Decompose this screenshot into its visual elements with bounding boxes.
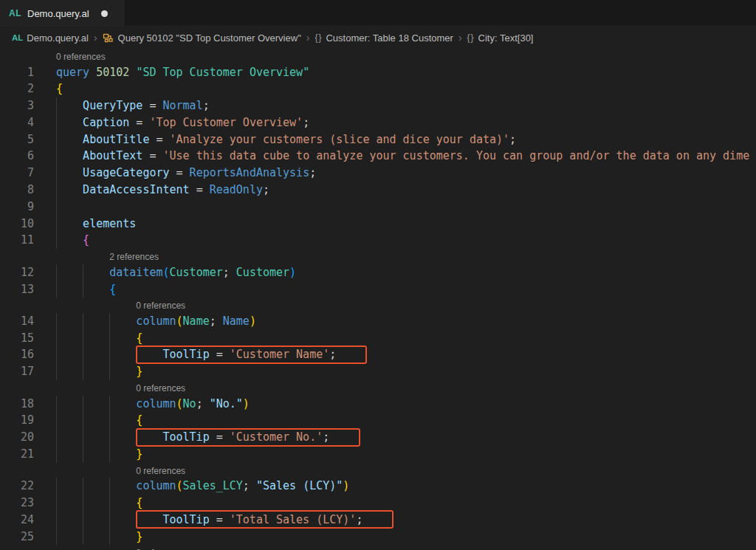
breadcrumb-item-file[interactable]: AL Demo.query.al — [12, 32, 89, 44]
line-number[interactable]: 15 — [0, 330, 34, 347]
line-number[interactable]: 17 — [0, 363, 34, 380]
line-number[interactable]: 22 — [0, 478, 34, 495]
codelens-references-link[interactable]: 0 references — [136, 381, 185, 396]
code-line[interactable]: 1query 50102 "SD Top Customer Overview" — [0, 64, 756, 81]
line-number[interactable]: 8 — [0, 182, 34, 199]
code-token: ; — [303, 116, 309, 129]
code-line[interactable]: 6AboutText = 'Use this data cube to anal… — [0, 148, 756, 165]
code-line[interactable]: 10elements — [0, 216, 756, 233]
code-line[interactable]: 7UsageCategory = ReportsAndAnalysis; — [0, 165, 756, 182]
indent-guide — [56, 182, 57, 199]
code-line[interactable]: 3QueryType = Normal; — [0, 97, 756, 114]
code-token: = — [190, 183, 210, 196]
code-line[interactable]: 4Caption = 'Top Customer Overview'; — [0, 114, 756, 131]
codelens-references-link[interactable]: 0 references — [136, 464, 185, 479]
code-token: ; — [263, 183, 269, 196]
code-line[interactable]: 2{ — [0, 80, 756, 97]
breadcrumb-item-field[interactable]: {} City: Text[30] — [467, 32, 534, 44]
code-token: { — [83, 233, 89, 247]
code-token: ; — [196, 397, 210, 410]
code-line[interactable]: 14column(Name; Name) — [0, 313, 756, 330]
line-number[interactable]: 25 — [0, 529, 34, 546]
line-number[interactable]: 13 — [0, 281, 34, 298]
line-number[interactable]: 9 — [0, 199, 34, 216]
code-token: = — [210, 430, 230, 444]
line-number[interactable]: 10 — [0, 216, 34, 233]
code-editor[interactable]: 0 references1query 50102 "SD Top Custome… — [0, 49, 756, 550]
code-line[interactable]: 22column(Sales_LCY; "Sales (LCY)") — [0, 478, 756, 495]
code-line[interactable]: 21} — [0, 446, 756, 463]
codelens-references-link[interactable]: 0 references — [56, 49, 106, 65]
code-line[interactable]: 9 — [0, 199, 756, 216]
indent-guide — [109, 429, 110, 446]
line-number[interactable]: 16 — [0, 346, 34, 363]
code-token: column — [136, 479, 176, 492]
code-token: 'Analyze your customers (slice and dice … — [170, 133, 510, 146]
line-number[interactable]: 19 — [0, 412, 34, 429]
breadcrumb-item-query[interactable]: Query 50102 "SD Top Customer Overview" — [103, 32, 301, 44]
line-number[interactable]: 23 — [0, 495, 34, 512]
codelens-references-link[interactable]: 0 references — [136, 298, 185, 314]
indent-guide — [109, 478, 110, 495]
code-line[interactable]: 25} — [0, 529, 756, 546]
code-token: ) — [343, 479, 349, 492]
code-line[interactable]: 17} — [0, 363, 756, 380]
code-line[interactable]: 8DataAccessIntent = ReadOnly; — [0, 182, 756, 199]
breadcrumb-item-dataitem[interactable]: {} Customer: Table 18 Customer — [315, 32, 453, 44]
indent-guide — [56, 165, 57, 182]
line-number[interactable]: 11 — [0, 232, 34, 249]
code-line[interactable]: 15{ — [0, 330, 756, 347]
line-number[interactable]: 2 — [0, 80, 34, 97]
code-token: ; — [323, 430, 329, 444]
code-line[interactable]: 18column(No; "No.") — [0, 396, 756, 413]
indent-guide — [56, 412, 57, 429]
code-token: ) — [250, 314, 256, 328]
code-line[interactable]: 19{ — [0, 412, 756, 429]
code-line[interactable]: 16ToolTip = 'Customer Name'; — [0, 346, 756, 363]
indent-guide — [83, 412, 83, 429]
line-number[interactable]: 12 — [0, 264, 34, 281]
codelens-references-link[interactable]: 0 references — [136, 546, 185, 550]
indent-guide — [56, 232, 57, 249]
line-number[interactable]: 4 — [0, 114, 34, 131]
indent-guide — [109, 412, 110, 429]
code-token: ( — [162, 266, 169, 279]
tab-strip-empty-area — [126, 0, 756, 27]
al-file-icon: AL — [12, 33, 23, 42]
line-number[interactable]: 24 — [0, 512, 34, 529]
line-number[interactable]: 18 — [0, 396, 34, 413]
indent-guide — [83, 363, 83, 380]
line-number[interactable]: 14 — [0, 313, 34, 330]
line-number[interactable]: 20 — [0, 429, 34, 446]
code-line[interactable]: 24ToolTip = 'Total Sales (LCY)'; — [0, 512, 756, 529]
code-token: No — [183, 397, 196, 410]
code-line-text: ToolTip = 'Customer No.'; — [0, 429, 329, 446]
code-token: Customer — [236, 266, 289, 279]
indent-guide — [56, 199, 57, 216]
code-token: Name — [223, 314, 250, 328]
al-file-icon: AL — [9, 8, 21, 18]
line-number[interactable]: 1 — [0, 64, 34, 81]
code-token: ( — [176, 314, 183, 328]
code-token: column — [136, 314, 176, 328]
indent-guide — [56, 512, 57, 529]
code-line[interactable]: 23{ — [0, 495, 756, 512]
modified-dot-icon[interactable] — [101, 10, 108, 17]
line-number[interactable]: 7 — [0, 165, 34, 182]
code-line[interactable]: 11{ — [0, 232, 756, 249]
line-number[interactable]: 6 — [0, 148, 34, 165]
indent-guide — [83, 281, 83, 298]
code-line[interactable]: 12dataitem(Customer; Customer) — [0, 264, 756, 281]
indent-guide — [83, 529, 83, 546]
tab-demo-query-al[interactable]: AL Demo.query.al — [0, 0, 126, 27]
code-line-text: UsageCategory = ReportsAndAnalysis; — [0, 165, 316, 182]
line-number[interactable]: 21 — [0, 446, 34, 463]
line-number[interactable]: 5 — [0, 131, 34, 148]
code-line[interactable]: 20ToolTip = 'Customer No.'; — [0, 429, 756, 446]
codelens-references-link[interactable]: 2 references — [109, 250, 159, 265]
line-number[interactable]: 3 — [0, 97, 34, 114]
code-token: 50102 — [96, 66, 136, 79]
indent-guide — [83, 512, 83, 529]
code-line[interactable]: 13{ — [0, 281, 756, 298]
code-line[interactable]: 5AboutTitle = 'Analyze your customers (s… — [0, 131, 756, 148]
